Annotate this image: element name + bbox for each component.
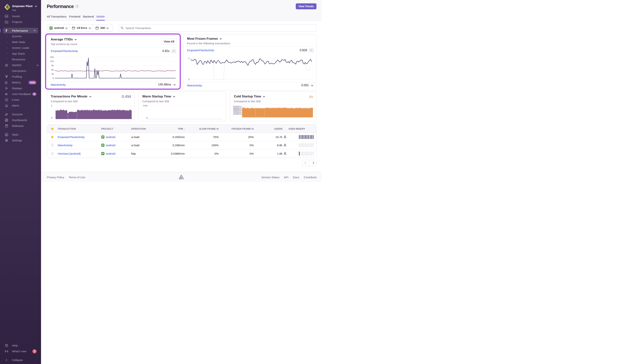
svg-text:0: 0: [188, 78, 190, 81]
svg-text:15s: 15s: [50, 56, 54, 58]
svg-text:0: 0: [53, 77, 54, 80]
svg-text:3s: 3s: [51, 72, 54, 75]
svg-text:12s: 12s: [50, 60, 54, 62]
svg-text:9s: 9s: [51, 64, 54, 67]
svg-text:6s: 6s: [51, 68, 54, 71]
svg-text:1: 1: [188, 57, 190, 60]
